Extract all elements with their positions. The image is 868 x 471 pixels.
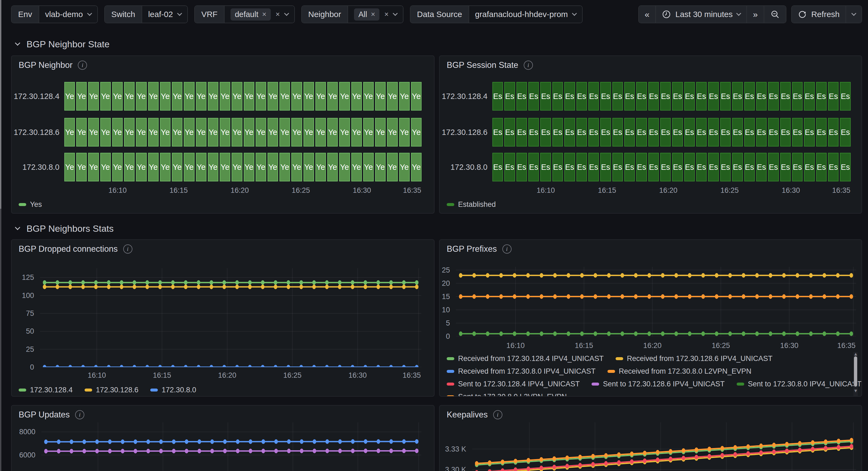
legend: Sent to 172.30.8.0 L2VPN_EVPN — [447, 392, 567, 396]
section-bgp-neighbors-stats[interactable]: BGP Neighbors Stats — [16, 222, 114, 235]
remove-value-icon[interactable]: × — [262, 11, 267, 18]
plot-area[interactable] — [41, 422, 421, 471]
state-cell: Es — [660, 153, 671, 181]
state-cell: Ye — [387, 153, 398, 181]
panel-bgp-prefixes: BGP Prefixes i 0510152025 16:1016:1516:2… — [439, 239, 862, 396]
state-cell: Es — [588, 82, 599, 111]
state-cell: Ye — [124, 118, 134, 147]
plot-area[interactable] — [456, 267, 856, 336]
state-cell: Ye — [339, 153, 350, 181]
refresh-interval-dropdown[interactable] — [846, 6, 862, 23]
state-cell: Es — [780, 82, 791, 111]
info-icon[interactable]: i — [502, 244, 512, 254]
time-shift-forward-button[interactable]: » — [747, 6, 764, 23]
state-cell: Es — [552, 82, 563, 111]
x-tick-label: 16:35 — [832, 186, 850, 195]
x-tick-label: 16:25 — [712, 342, 730, 350]
state-cell: Es — [768, 118, 779, 147]
state-cell: Es — [624, 118, 635, 147]
plot-area[interactable] — [40, 268, 421, 367]
legend-label: 172.30.8.0 — [162, 386, 196, 394]
legend-swatch — [447, 383, 454, 386]
legend-item[interactable]: Received from 172.30.128.4 IPV4_UNICAST — [447, 354, 604, 363]
clear-all-icon[interactable]: × — [276, 11, 280, 18]
scroll-down-icon[interactable]: ▼ — [854, 388, 858, 394]
legend-item[interactable]: Sent to 172.30.8.0 IPV4_UNICAST — [737, 380, 862, 388]
state-cell: Ye — [363, 118, 374, 147]
info-icon[interactable]: i — [78, 61, 87, 70]
info-icon[interactable]: i — [493, 410, 502, 419]
scroll-up-icon[interactable]: ▲ — [854, 352, 858, 357]
state-cell: Ye — [220, 118, 230, 147]
plot-area[interactable] — [472, 422, 856, 471]
legend-item[interactable]: Sent to 172.30.8.0 L2VPN_EVPN — [447, 392, 567, 396]
state-cell: Es — [780, 118, 791, 147]
refresh-button[interactable]: Refresh — [792, 6, 846, 23]
state-cell: Es — [636, 82, 647, 111]
scrollbar-thumb[interactable] — [854, 356, 857, 387]
legend-item[interactable]: Yes — [19, 200, 42, 209]
state-cell: Es — [648, 153, 659, 181]
info-icon[interactable]: i — [75, 410, 84, 419]
time-shift-back-button[interactable]: « — [639, 6, 656, 23]
legend-item[interactable]: 172.30.8.0 — [150, 386, 196, 394]
info-icon[interactable]: i — [123, 244, 132, 254]
filter-value-dropdown[interactable]: default×× — [224, 6, 294, 23]
filter-label: Neighbor — [302, 6, 348, 23]
state-cell: Es — [756, 82, 767, 111]
state-cell: Es — [492, 82, 503, 111]
filter-value-dropdown[interactable]: leaf-02 — [142, 6, 187, 23]
legend-item[interactable]: Received from 172.30.8.0 L2VPN_EVPN — [608, 367, 751, 376]
x-tick-label: 16:15 — [598, 186, 616, 195]
state-cell: Ye — [244, 153, 254, 181]
state-cell: Ye — [208, 118, 218, 147]
x-axis: 16:1016:1516:2016:2516:3016:35 — [40, 371, 421, 381]
window-edge-scroll-thumb[interactable] — [0, 0, 1, 209]
panel-header[interactable]: BGP Updates i — [19, 410, 84, 420]
remove-value-icon[interactable]: × — [371, 11, 375, 18]
state-cell: Ye — [160, 153, 170, 181]
time-range-picker[interactable]: Last 30 minutes — [656, 6, 747, 23]
y-tick-label: 25 — [440, 266, 450, 274]
refresh-icon — [798, 10, 807, 19]
legend-item[interactable]: 172.30.128.6 — [85, 386, 138, 394]
panel-header[interactable]: BGP Session State i — [447, 60, 533, 70]
state-cell: Es — [492, 118, 503, 147]
legend-item[interactable]: Established — [447, 200, 496, 209]
panel-header[interactable]: BGP Dropped connections i — [19, 244, 132, 254]
legend-item[interactable]: 172.30.128.4 — [19, 386, 73, 394]
state-cell: Ye — [220, 82, 230, 111]
panel-header[interactable]: BGP Neighbor i — [19, 60, 87, 70]
state-cell: Es — [684, 153, 695, 181]
state-cell: Ye — [148, 118, 159, 147]
zoom-out-button[interactable] — [764, 6, 786, 23]
filter-value-dropdown[interactable]: vlab-demo — [39, 6, 97, 23]
state-cell: Es — [660, 118, 671, 147]
panel-header[interactable]: BGP Prefixes i — [447, 244, 512, 254]
state-cell: Ye — [304, 118, 314, 147]
state-cell: Ye — [339, 118, 350, 147]
legend-item[interactable]: Sent to 172.30.128.6 IPV4_UNICAST — [592, 380, 724, 388]
series-172.30.128.6 — [43, 285, 418, 289]
state-cell: Ye — [399, 153, 410, 181]
info-icon[interactable]: i — [524, 61, 533, 70]
panel-header[interactable]: Keepalives i — [447, 410, 502, 420]
legend-item[interactable]: Sent to 172.30.128.4 IPV4_UNICAST — [447, 380, 580, 388]
state-cell: Es — [612, 153, 623, 181]
legend-scrollbar[interactable]: ▲▼ — [854, 352, 858, 396]
section-bgp-neighbor-state[interactable]: BGP Neighbor State — [16, 38, 110, 50]
clear-all-icon[interactable]: × — [384, 11, 389, 18]
filter-value-dropdown[interactable]: grafanacloud-hhdev-prom — [469, 6, 582, 23]
state-cell: Es — [588, 118, 599, 147]
legend-swatch — [447, 203, 454, 206]
x-tick-label: 16:10 — [108, 186, 127, 195]
filter-value-pill[interactable]: default× — [230, 8, 271, 21]
filter-value-dropdown[interactable]: All×× — [348, 6, 403, 23]
legend-item[interactable]: Received from 172.30.128.6 IPV4_UNICAST — [616, 354, 773, 363]
state-cell: Es — [792, 82, 803, 111]
state-cell: Es — [792, 118, 803, 147]
legend-item[interactable]: Received from 172.30.8.0 IPV4_UNICAST — [447, 367, 596, 376]
state-cell: Ye — [88, 153, 99, 181]
state-cell: Es — [540, 82, 551, 111]
filter-value-pill[interactable]: All× — [354, 8, 379, 21]
